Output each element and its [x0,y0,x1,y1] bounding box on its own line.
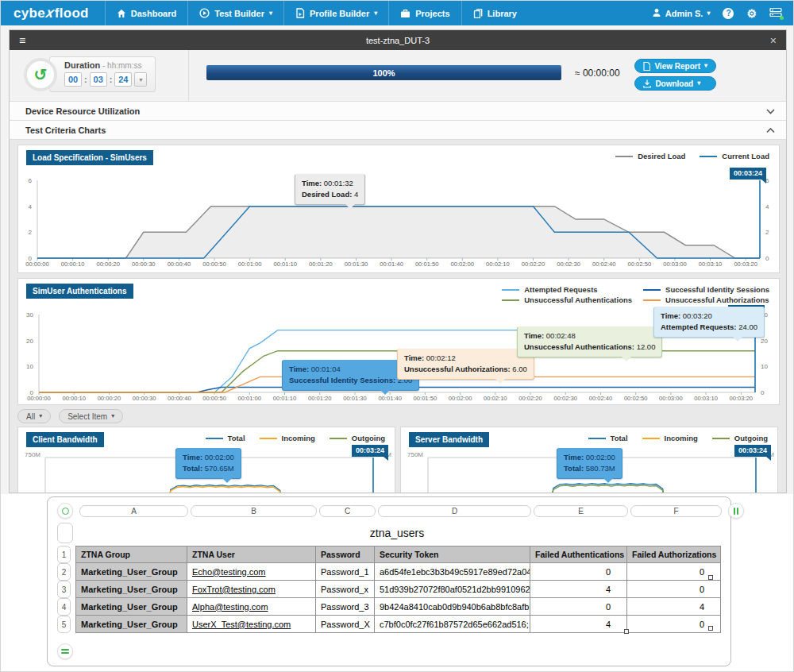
data-cell[interactable]: 0 [627,616,721,633]
duration-hours-field[interactable]: 00 [64,72,82,87]
data-cell[interactable]: Echo@testing.com [187,563,316,581]
data-cell[interactable]: UserX_Test@testing.com [187,616,316,633]
header-cell[interactable]: Security Token [375,546,530,563]
nav-dashboard[interactable]: Dashboard [105,1,187,25]
sheet-menu-button[interactable] [57,643,73,659]
cyberflood-logo[interactable]: cybexflood [1,1,105,25]
header-cell[interactable]: ZTNA User [187,546,316,563]
time-cursor-badge: 00:03:24 [730,168,766,180]
legend-item[interactable]: Unsuccessful Authentications [502,295,632,304]
data-cell[interactable]: FoxTrot@testing.com [187,581,316,598]
chart-tooltip: Time: 00:02:00Total: 580.73M [557,448,622,479]
user-menu[interactable]: Admin S. ▾ [652,8,711,19]
legend-item[interactable]: Total [206,434,245,442]
view-report-button[interactable]: View Report ▾ [634,59,716,73]
data-cell[interactable]: 51d939b27072f80af0521d2bb9910962; [375,581,530,598]
nav-library[interactable]: Library [461,1,528,25]
duration-minutes-field[interactable]: 03 [90,72,107,87]
data-cell[interactable]: 4 [627,598,721,616]
column-header-F[interactable]: F [630,505,722,517]
header-cell[interactable]: Failed Authorizations [627,546,721,563]
svg-text:00:01:30: 00:01:30 [345,261,368,268]
row-number[interactable]: 4 [57,598,71,616]
row-number[interactable]: 3 [57,581,71,598]
column-header-C[interactable]: C [319,505,376,517]
legend-item[interactable]: Incoming [260,434,315,442]
legend-item[interactable]: Outgoing [712,434,768,442]
nav-test-builder[interactable]: Test Builder ▾ [187,1,283,25]
row-number[interactable]: 5 [57,616,71,633]
row-number[interactable]: 2 [57,563,71,581]
header-cell[interactable]: ZTNA Group [76,546,187,563]
data-cell[interactable]: Password_3 [316,598,375,616]
progress-bar: 100% [206,65,561,80]
data-cell[interactable]: 9b424a8410cab0d9b940b6ab8bfc8afb; [375,598,530,616]
data-cell[interactable]: Password_x [316,581,375,598]
restart-button[interactable]: ↺ [24,58,57,91]
data-cell[interactable]: c7bf0c0fc27f61b87572d65e662ad516; [375,616,530,633]
svg-text:00:02:40: 00:02:40 [589,395,613,402]
nav-projects[interactable]: Projects [388,1,461,25]
legend-item[interactable]: Incoming [642,434,698,442]
row-header-blank[interactable] [57,523,73,543]
data-cell[interactable]: 0 [530,563,627,581]
duration-dropdown[interactable]: ▼ [134,72,147,87]
legend-item[interactable]: Successful Identity Sessions [643,285,769,294]
data-cell[interactable]: Password_1 [316,563,375,581]
data-cell[interactable]: Marketing_User_Group [76,598,187,616]
select-item-dropdown[interactable]: Select Item▾ [59,409,123,423]
progress-fill: 100% [206,65,561,80]
data-cell[interactable]: Password_X [316,616,375,633]
column-header-D[interactable]: D [378,505,531,517]
data-cell[interactable]: 0 [530,598,627,616]
data-cell[interactable]: Marketing_User_Group [76,563,187,581]
record-circle-button[interactable] [57,503,73,519]
selection-handle[interactable] [708,575,713,580]
data-cell[interactable]: 4 [530,581,627,598]
all-filter-dropdown[interactable]: All▾ [17,409,51,423]
duration-seconds-field[interactable]: 24 [114,72,132,87]
top-navbar: cybexflood Dashboard Test Builder ▾ Prof… [1,1,793,25]
nav-profile-builder[interactable]: Profile Builder ▾ [283,1,388,25]
column-header-A[interactable]: A [79,505,188,517]
legend-item[interactable]: Current Load [700,152,769,160]
svg-text:0: 0 [761,389,765,396]
column-header-B[interactable]: B [191,505,317,517]
menu-icon[interactable]: ≡ [19,34,25,47]
data-cell[interactable]: Marketing_User_Group [76,616,187,633]
gear-icon[interactable]: ⚙ [746,7,757,20]
window-titlebar: ≡ test-ztna_DUT-3 × [10,30,786,50]
legend-swatch [643,299,661,301]
close-icon[interactable]: × [770,34,777,47]
svg-text:00:03:00: 00:03:00 [663,261,687,268]
legend-item[interactable]: Total [588,434,628,442]
data-cell[interactable]: 0 [627,563,721,581]
legend-item[interactable]: Desired Load [615,152,685,160]
svg-text:00:02:10: 00:02:10 [484,395,507,402]
data-cell[interactable]: Marketing_User_Group [76,581,187,598]
selection-handle[interactable] [708,626,713,631]
accordion-device-resource-utilization[interactable]: Device Resource Utilization [10,102,786,121]
header-cell[interactable]: Failed Authentications [530,546,627,563]
help-icon[interactable]: ? [723,8,734,19]
selection-handle[interactable] [624,629,629,634]
system-status-icon[interactable] [769,7,782,19]
column-header-E[interactable]: E [534,505,628,517]
time-cursor-badge: 00:03:24 [734,445,771,457]
svg-text:00:03:00: 00:03:00 [659,395,683,402]
chart-title-badge: Client Bandwidth [26,432,104,447]
row-number[interactable]: 1 [57,546,71,563]
legend-swatch [588,438,606,439]
data-cell[interactable]: a6d54fe1ebc3b3b49c5917e89ed72a04; [375,563,530,581]
data-cell[interactable]: 4 [530,616,627,633]
legend-item[interactable]: Attempted Requests [502,285,632,294]
accordion-test-criteria-charts[interactable]: Test Criteria Charts [10,121,786,140]
data-cell[interactable]: Alpha@testing.com [187,598,316,616]
legend-item[interactable]: Outgoing [330,434,385,442]
pause-button[interactable] [728,503,744,519]
header-cell[interactable]: Password [316,546,375,563]
svg-text:00:02:50: 00:02:50 [624,395,648,402]
download-button[interactable]: Download ▾ [634,76,716,91]
data-cell[interactable]: 0 [627,581,721,598]
legend-item[interactable]: Unsuccessful Authorizations [643,295,769,304]
